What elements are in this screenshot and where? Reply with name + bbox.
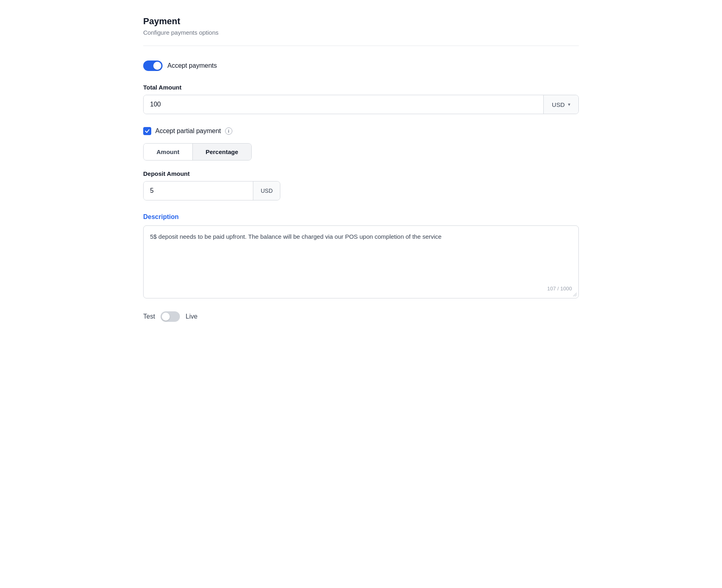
partial-payment-section: Accept partial payment i Amount Percenta… — [143, 127, 579, 200]
deposit-currency-label: USD — [253, 181, 280, 200]
char-count: 107 / 1000 — [150, 286, 572, 292]
live-label: Live — [186, 313, 197, 320]
deposit-amount-input[interactable] — [144, 181, 253, 200]
accept-payments-label: Accept payments — [167, 62, 217, 69]
test-label: Test — [143, 313, 155, 320]
partial-payment-checkbox[interactable] — [143, 127, 151, 135]
page-subtitle: Configure payments options — [143, 29, 579, 36]
deposit-amount-section: Deposit Amount USD — [143, 170, 579, 200]
accept-payments-row: Accept payments — [143, 60, 579, 71]
description-section: Description 5$ deposit needs to be paid … — [143, 213, 579, 298]
description-label: Description — [143, 213, 579, 221]
chevron-down-icon: ▾ — [568, 102, 570, 107]
tab-amount[interactable]: Amount — [144, 144, 193, 160]
partial-payment-row: Accept partial payment i — [143, 127, 579, 135]
currency-label: USD — [552, 101, 565, 108]
checkmark-icon — [145, 129, 150, 133]
deposit-input-group: USD — [143, 181, 280, 200]
partial-payment-label: Accept partial payment — [155, 127, 221, 135]
total-amount-section: Total Amount USD ▾ — [143, 84, 579, 114]
info-icon[interactable]: i — [225, 127, 232, 135]
total-amount-input[interactable] — [144, 95, 543, 114]
description-textarea-wrapper: 5$ deposit needs to be paid upfront. The… — [143, 225, 579, 298]
currency-selector[interactable]: USD ▾ — [543, 95, 578, 114]
tab-percentage[interactable]: Percentage — [193, 144, 251, 160]
total-amount-label: Total Amount — [143, 84, 579, 91]
resize-handle-icon — [572, 292, 577, 296]
description-textarea[interactable]: 5$ deposit needs to be paid upfront. The… — [150, 232, 572, 281]
test-live-toggle[interactable] — [161, 311, 180, 322]
test-live-row: Test Live — [143, 311, 579, 322]
page-title: Payment — [143, 16, 579, 27]
partial-payment-tabs: Amount Percentage — [143, 143, 252, 161]
deposit-amount-label: Deposit Amount — [143, 170, 579, 177]
page-header: Payment Configure payments options — [143, 16, 579, 46]
accept-payments-toggle[interactable] — [143, 60, 163, 71]
total-amount-input-group: USD ▾ — [143, 95, 579, 114]
